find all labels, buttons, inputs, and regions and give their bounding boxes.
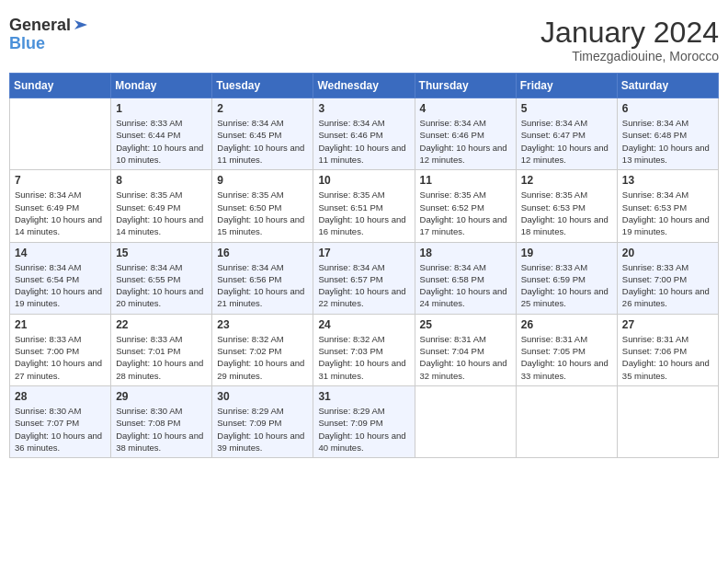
day-info: Sunrise: 8:34 AM Sunset: 6:54 PM Dayligh… <box>15 261 106 310</box>
daylight: Daylight: 10 hours and 19 minutes. <box>622 214 710 236</box>
calendar-cell-w5-d3: 30 Sunrise: 8:29 AM Sunset: 7:09 PM Dayl… <box>212 385 313 457</box>
sunrise: Sunrise: 8:29 AM <box>318 406 384 416</box>
calendar-cell-w5-d6 <box>516 385 617 457</box>
sunrise: Sunrise: 8:34 AM <box>15 190 81 200</box>
day-info: Sunrise: 8:35 AM Sunset: 6:49 PM Dayligh… <box>116 189 207 237</box>
calendar-cell-w4-d2: 22 Sunrise: 8:33 AM Sunset: 7:01 PM Dayl… <box>111 314 212 385</box>
daylight: Daylight: 10 hours and 29 minutes. <box>217 358 304 380</box>
day-number: 7 <box>15 174 106 187</box>
sunset: Sunset: 6:54 PM <box>15 274 79 284</box>
day-number: 21 <box>15 318 106 331</box>
sunrise: Sunrise: 8:33 AM <box>116 118 182 128</box>
day-number: 5 <box>521 102 612 115</box>
sunset: Sunset: 6:53 PM <box>622 202 687 213</box>
day-number: 3 <box>318 102 409 115</box>
col-saturday: Saturday <box>617 74 718 98</box>
sunset: Sunset: 7:02 PM <box>217 346 281 356</box>
sunset: Sunset: 6:53 PM <box>521 202 586 213</box>
month-title: January 2024 <box>540 17 719 49</box>
sunset: Sunset: 6:51 PM <box>318 202 382 213</box>
day-number: 15 <box>116 247 207 259</box>
calendar-cell-w1-d7: 6 Sunrise: 8:34 AM Sunset: 6:48 PM Dayli… <box>617 98 718 170</box>
day-info: Sunrise: 8:35 AM Sunset: 6:50 PM Dayligh… <box>217 189 308 237</box>
calendar-cell-w1-d2: 1 Sunrise: 8:33 AM Sunset: 6:44 PM Dayli… <box>111 98 212 170</box>
calendar-cell-w3-d3: 16 Sunrise: 8:34 AM Sunset: 6:56 PM Dayl… <box>212 242 313 314</box>
daylight: Daylight: 10 hours and 24 minutes. <box>420 286 507 308</box>
day-number: 2 <box>217 102 308 115</box>
daylight: Daylight: 10 hours and 11 minutes. <box>318 143 405 165</box>
day-info: Sunrise: 8:30 AM Sunset: 7:07 PM Dayligh… <box>15 405 106 454</box>
day-number: 11 <box>420 174 511 187</box>
daylight: Daylight: 10 hours and 26 minutes. <box>622 286 710 308</box>
calendar-cell-w2-d4: 10 Sunrise: 8:35 AM Sunset: 6:51 PM Dayl… <box>313 170 415 242</box>
day-info: Sunrise: 8:31 AM Sunset: 7:06 PM Dayligh… <box>622 333 713 382</box>
daylight: Daylight: 10 hours and 31 minutes. <box>318 358 405 380</box>
day-number: 10 <box>318 174 409 187</box>
logo-blue-text: Blue <box>9 35 89 53</box>
sunrise: Sunrise: 8:34 AM <box>622 190 688 200</box>
day-number: 25 <box>420 318 511 331</box>
day-number: 14 <box>15 247 106 259</box>
sunrise: Sunrise: 8:30 AM <box>116 406 182 416</box>
logo-general-text: General <box>9 17 71 35</box>
daylight: Daylight: 10 hours and 15 minutes. <box>217 214 304 236</box>
sunset: Sunset: 6:48 PM <box>622 130 687 140</box>
sunrise: Sunrise: 8:30 AM <box>15 406 81 416</box>
day-info: Sunrise: 8:31 AM Sunset: 7:04 PM Dayligh… <box>420 333 511 382</box>
day-number: 20 <box>622 247 713 259</box>
calendar-table: Sunday Monday Tuesday Wednesday Thursday… <box>9 73 719 458</box>
sunrise: Sunrise: 8:34 AM <box>420 118 486 128</box>
sunset: Sunset: 7:00 PM <box>622 274 687 284</box>
sunset: Sunset: 7:06 PM <box>622 346 687 356</box>
daylight: Daylight: 10 hours and 14 minutes. <box>116 214 203 236</box>
day-number: 13 <box>622 174 713 187</box>
sunset: Sunset: 6:49 PM <box>15 202 79 213</box>
week-row-4: 21 Sunrise: 8:33 AM Sunset: 7:00 PM Dayl… <box>10 314 719 385</box>
daylight: Daylight: 10 hours and 14 minutes. <box>15 214 102 236</box>
day-info: Sunrise: 8:34 AM Sunset: 6:48 PM Dayligh… <box>622 117 713 166</box>
calendar-header-row: Sunday Monday Tuesday Wednesday Thursday… <box>10 74 719 98</box>
calendar-cell-w2-d6: 12 Sunrise: 8:35 AM Sunset: 6:53 PM Dayl… <box>516 170 617 242</box>
location-subtitle: Timezgadiouine, Morocco <box>540 49 719 63</box>
sunset: Sunset: 6:44 PM <box>116 130 180 140</box>
sunset: Sunset: 6:45 PM <box>217 130 281 140</box>
calendar-cell-w4-d5: 25 Sunrise: 8:31 AM Sunset: 7:04 PM Dayl… <box>415 314 516 385</box>
calendar-cell-w5-d4: 31 Sunrise: 8:29 AM Sunset: 7:09 PM Dayl… <box>313 385 415 457</box>
day-number: 18 <box>420 247 511 259</box>
sunrise: Sunrise: 8:31 AM <box>420 334 486 344</box>
sunset: Sunset: 7:08 PM <box>116 418 180 428</box>
day-info: Sunrise: 8:29 AM Sunset: 7:09 PM Dayligh… <box>217 405 308 454</box>
day-info: Sunrise: 8:33 AM Sunset: 7:01 PM Dayligh… <box>116 333 207 382</box>
sunset: Sunset: 6:47 PM <box>521 130 586 140</box>
day-info: Sunrise: 8:33 AM Sunset: 6:59 PM Dayligh… <box>521 261 612 310</box>
sunrise: Sunrise: 8:34 AM <box>318 118 384 128</box>
sunset: Sunset: 7:05 PM <box>521 346 586 356</box>
daylight: Daylight: 10 hours and 32 minutes. <box>420 358 507 380</box>
sunset: Sunset: 7:04 PM <box>420 346 484 356</box>
daylight: Daylight: 10 hours and 36 minutes. <box>15 431 102 453</box>
week-row-3: 14 Sunrise: 8:34 AM Sunset: 6:54 PM Dayl… <box>10 242 719 314</box>
day-info: Sunrise: 8:34 AM Sunset: 6:55 PM Dayligh… <box>116 261 207 310</box>
sunrise: Sunrise: 8:33 AM <box>15 334 81 344</box>
daylight: Daylight: 10 hours and 22 minutes. <box>318 286 405 308</box>
daylight: Daylight: 10 hours and 11 minutes. <box>217 143 304 165</box>
day-info: Sunrise: 8:32 AM Sunset: 7:02 PM Dayligh… <box>217 333 308 382</box>
sunrise: Sunrise: 8:33 AM <box>116 334 182 344</box>
daylight: Daylight: 10 hours and 18 minutes. <box>521 214 609 236</box>
calendar-cell-w4-d4: 24 Sunrise: 8:32 AM Sunset: 7:03 PM Dayl… <box>313 314 415 385</box>
svg-marker-0 <box>74 20 87 29</box>
daylight: Daylight: 10 hours and 13 minutes. <box>622 143 710 165</box>
day-number: 4 <box>420 102 511 115</box>
sunset: Sunset: 6:50 PM <box>217 202 281 213</box>
day-info: Sunrise: 8:34 AM Sunset: 6:53 PM Dayligh… <box>622 189 713 237</box>
sunset: Sunset: 6:59 PM <box>521 274 586 284</box>
col-monday: Monday <box>111 74 212 98</box>
sunrise: Sunrise: 8:35 AM <box>217 190 283 200</box>
sunrise: Sunrise: 8:29 AM <box>217 406 283 416</box>
day-info: Sunrise: 8:34 AM Sunset: 6:49 PM Dayligh… <box>15 189 106 237</box>
sunrise: Sunrise: 8:34 AM <box>420 262 486 272</box>
day-info: Sunrise: 8:34 AM Sunset: 6:58 PM Dayligh… <box>420 261 511 310</box>
day-number: 22 <box>116 318 207 331</box>
day-number: 28 <box>15 390 106 403</box>
sunset: Sunset: 7:09 PM <box>217 418 281 428</box>
